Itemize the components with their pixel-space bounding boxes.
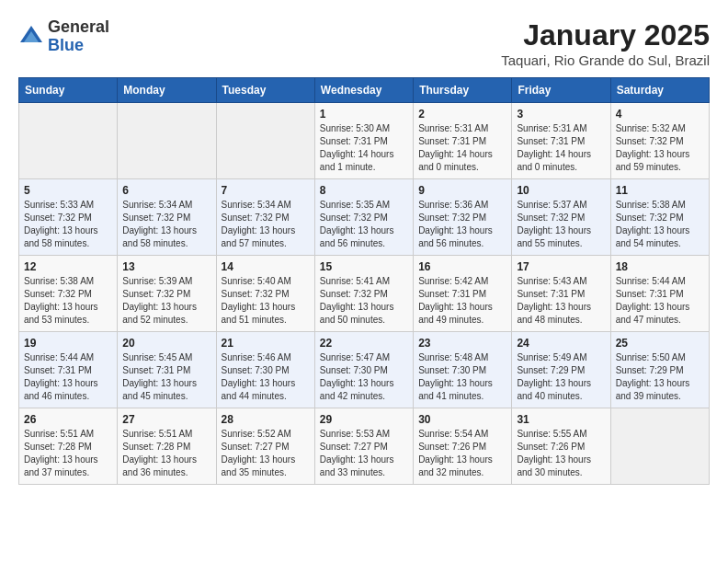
day-header-sunday: Sunday	[19, 78, 118, 103]
day-info: Sunrise: 5:39 AM Sunset: 7:32 PM Dayligh…	[122, 275, 210, 327]
calendar-cell: 21Sunrise: 5:46 AM Sunset: 7:30 PM Dayli…	[216, 332, 314, 408]
calendar-cell: 8Sunrise: 5:35 AM Sunset: 7:32 PM Daylig…	[314, 179, 413, 256]
week-row-3: 12Sunrise: 5:38 AM Sunset: 7:32 PM Dayli…	[19, 256, 710, 332]
logo-general: General	[48, 17, 109, 36]
day-info: Sunrise: 5:52 AM Sunset: 7:27 PM Dayligh…	[222, 428, 310, 479]
logo: General Blue	[18, 18, 109, 55]
calendar-subtitle: Taquari, Rio Grande do Sul, Brazil	[501, 52, 710, 68]
day-info: Sunrise: 5:51 AM Sunset: 7:28 PM Dayligh…	[122, 428, 210, 479]
day-number: 16	[418, 260, 506, 273]
day-number: 2	[418, 108, 506, 121]
logo-icon	[18, 24, 44, 50]
day-info: Sunrise: 5:34 AM Sunset: 7:32 PM Dayligh…	[122, 199, 210, 250]
logo-blue: Blue	[48, 36, 84, 54]
day-header-thursday: Thursday	[414, 78, 512, 103]
day-header-monday: Monday	[118, 78, 216, 103]
day-number: 27	[122, 413, 210, 426]
day-number: 21	[222, 337, 310, 350]
day-number: 8	[320, 184, 408, 197]
calendar-cell: 29Sunrise: 5:53 AM Sunset: 7:27 PM Dayli…	[314, 408, 413, 485]
day-number: 4	[616, 108, 704, 121]
calendar-cell: 7Sunrise: 5:34 AM Sunset: 7:32 PM Daylig…	[216, 179, 314, 256]
day-number: 7	[222, 184, 310, 197]
calendar-cell: 12Sunrise: 5:38 AM Sunset: 7:32 PM Dayli…	[19, 256, 118, 332]
calendar-cell: 24Sunrise: 5:49 AM Sunset: 7:29 PM Dayli…	[512, 332, 610, 408]
calendar-cell: 2Sunrise: 5:31 AM Sunset: 7:31 PM Daylig…	[414, 103, 512, 179]
day-info: Sunrise: 5:44 AM Sunset: 7:31 PM Dayligh…	[24, 351, 112, 403]
calendar-cell: 28Sunrise: 5:52 AM Sunset: 7:27 PM Dayli…	[216, 408, 314, 485]
calendar-cell: 10Sunrise: 5:37 AM Sunset: 7:32 PM Dayli…	[512, 179, 610, 256]
calendar-cell: 27Sunrise: 5:51 AM Sunset: 7:28 PM Dayli…	[118, 408, 216, 485]
calendar-cell	[118, 103, 216, 179]
day-number: 24	[517, 337, 605, 350]
calendar-table: SundayMondayTuesdayWednesdayThursdayFrid…	[18, 77, 710, 485]
calendar-header: General Blue January 2025 Taquari, Rio G…	[18, 18, 710, 68]
day-number: 22	[320, 337, 408, 350]
day-info: Sunrise: 5:48 AM Sunset: 7:30 PM Dayligh…	[418, 351, 506, 403]
day-info: Sunrise: 5:34 AM Sunset: 7:32 PM Dayligh…	[222, 199, 310, 250]
calendar-cell	[19, 103, 118, 179]
day-info: Sunrise: 5:30 AM Sunset: 7:31 PM Dayligh…	[320, 122, 408, 174]
day-header-wednesday: Wednesday	[314, 78, 413, 103]
day-number: 13	[122, 260, 210, 273]
calendar-cell: 25Sunrise: 5:50 AM Sunset: 7:29 PM Dayli…	[610, 332, 709, 408]
day-info: Sunrise: 5:50 AM Sunset: 7:29 PM Dayligh…	[616, 351, 704, 403]
day-number: 20	[122, 337, 210, 350]
calendar-cell: 3Sunrise: 5:31 AM Sunset: 7:31 PM Daylig…	[512, 103, 610, 179]
week-row-4: 19Sunrise: 5:44 AM Sunset: 7:31 PM Dayli…	[19, 332, 710, 408]
day-number: 17	[517, 260, 605, 273]
day-number: 11	[616, 184, 704, 197]
day-info: Sunrise: 5:51 AM Sunset: 7:28 PM Dayligh…	[24, 428, 112, 479]
day-number: 5	[24, 184, 112, 197]
day-info: Sunrise: 5:35 AM Sunset: 7:32 PM Dayligh…	[320, 199, 408, 250]
day-number: 19	[24, 337, 112, 350]
calendar-cell: 11Sunrise: 5:38 AM Sunset: 7:32 PM Dayli…	[610, 179, 709, 256]
calendar-cell: 9Sunrise: 5:36 AM Sunset: 7:32 PM Daylig…	[414, 179, 512, 256]
day-info: Sunrise: 5:49 AM Sunset: 7:29 PM Dayligh…	[517, 351, 605, 403]
day-info: Sunrise: 5:32 AM Sunset: 7:32 PM Dayligh…	[616, 122, 704, 174]
day-number: 12	[24, 260, 112, 273]
calendar-cell: 23Sunrise: 5:48 AM Sunset: 7:30 PM Dayli…	[414, 332, 512, 408]
day-header-saturday: Saturday	[610, 78, 709, 103]
day-info: Sunrise: 5:38 AM Sunset: 7:32 PM Dayligh…	[616, 199, 704, 250]
week-row-2: 5Sunrise: 5:33 AM Sunset: 7:32 PM Daylig…	[19, 179, 710, 256]
day-number: 1	[320, 108, 408, 121]
week-row-1: 1Sunrise: 5:30 AM Sunset: 7:31 PM Daylig…	[19, 103, 710, 179]
day-number: 6	[122, 184, 210, 197]
calendar-cell: 20Sunrise: 5:45 AM Sunset: 7:31 PM Dayli…	[118, 332, 216, 408]
calendar-cell: 18Sunrise: 5:44 AM Sunset: 7:31 PM Dayli…	[610, 256, 709, 332]
day-info: Sunrise: 5:53 AM Sunset: 7:27 PM Dayligh…	[320, 428, 408, 479]
day-number: 25	[616, 337, 704, 350]
day-info: Sunrise: 5:31 AM Sunset: 7:31 PM Dayligh…	[418, 122, 506, 174]
day-number: 30	[418, 413, 506, 426]
calendar-cell: 13Sunrise: 5:39 AM Sunset: 7:32 PM Dayli…	[118, 256, 216, 332]
day-info: Sunrise: 5:33 AM Sunset: 7:32 PM Dayligh…	[24, 199, 112, 250]
day-number: 23	[418, 337, 506, 350]
day-info: Sunrise: 5:44 AM Sunset: 7:31 PM Dayligh…	[616, 275, 704, 327]
day-header-tuesday: Tuesday	[216, 78, 314, 103]
calendar-cell: 15Sunrise: 5:41 AM Sunset: 7:32 PM Dayli…	[314, 256, 413, 332]
day-info: Sunrise: 5:36 AM Sunset: 7:32 PM Dayligh…	[418, 199, 506, 250]
day-info: Sunrise: 5:40 AM Sunset: 7:32 PM Dayligh…	[222, 275, 310, 327]
day-header-friday: Friday	[512, 78, 610, 103]
week-row-5: 26Sunrise: 5:51 AM Sunset: 7:28 PM Dayli…	[19, 408, 710, 485]
calendar-cell: 17Sunrise: 5:43 AM Sunset: 7:31 PM Dayli…	[512, 256, 610, 332]
day-info: Sunrise: 5:41 AM Sunset: 7:32 PM Dayligh…	[320, 275, 408, 327]
day-info: Sunrise: 5:42 AM Sunset: 7:31 PM Dayligh…	[418, 275, 506, 327]
calendar-cell: 14Sunrise: 5:40 AM Sunset: 7:32 PM Dayli…	[216, 256, 314, 332]
calendar-cell: 30Sunrise: 5:54 AM Sunset: 7:26 PM Dayli…	[414, 408, 512, 485]
day-info: Sunrise: 5:46 AM Sunset: 7:30 PM Dayligh…	[222, 351, 310, 403]
calendar-cell: 22Sunrise: 5:47 AM Sunset: 7:30 PM Dayli…	[314, 332, 413, 408]
day-info: Sunrise: 5:31 AM Sunset: 7:31 PM Dayligh…	[517, 122, 605, 174]
calendar-cell: 16Sunrise: 5:42 AM Sunset: 7:31 PM Dayli…	[414, 256, 512, 332]
calendar-cell: 31Sunrise: 5:55 AM Sunset: 7:26 PM Dayli…	[512, 408, 610, 485]
calendar-title: January 2025	[501, 18, 710, 52]
day-info: Sunrise: 5:43 AM Sunset: 7:31 PM Dayligh…	[517, 275, 605, 327]
logo-text: General Blue	[48, 18, 109, 55]
day-info: Sunrise: 5:37 AM Sunset: 7:32 PM Dayligh…	[517, 199, 605, 250]
day-info: Sunrise: 5:45 AM Sunset: 7:31 PM Dayligh…	[122, 351, 210, 403]
day-number: 3	[517, 108, 605, 121]
calendar-cell: 26Sunrise: 5:51 AM Sunset: 7:28 PM Dayli…	[19, 408, 118, 485]
day-number: 26	[24, 413, 112, 426]
day-number: 15	[320, 260, 408, 273]
